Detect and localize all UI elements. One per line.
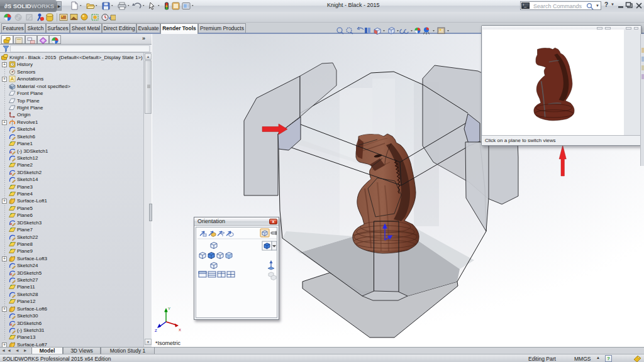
svg-text:*Isometric: *Isometric <box>155 340 181 346</box>
svg-text:A: A <box>11 77 14 82</box>
svg-text:Z: Z <box>155 329 157 332</box>
svg-text:X: X <box>179 328 181 332</box>
svg-text:Y: Y <box>168 307 170 310</box>
